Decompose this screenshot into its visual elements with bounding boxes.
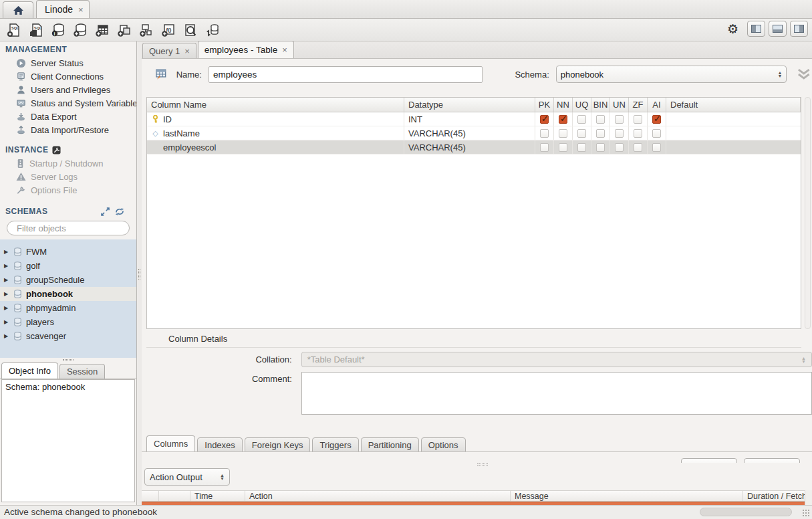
expander-icon[interactable]: ▶ xyxy=(3,333,9,339)
tab-options[interactable]: Options xyxy=(421,437,466,452)
collation-select[interactable]: *Table Default* ▲▼ xyxy=(301,352,812,367)
checkbox-nn[interactable] xyxy=(559,143,567,152)
tab-triggers[interactable]: Triggers xyxy=(312,437,358,452)
sidebar-item-client-connections[interactable]: Client Connections xyxy=(0,70,136,83)
schema-item-scavenger[interactable]: ▶ scavenger xyxy=(0,329,136,343)
sidebar-item-server-status[interactable]: Server Status xyxy=(0,56,136,70)
header-nn[interactable]: NN xyxy=(554,98,573,112)
close-icon[interactable]: × xyxy=(282,45,287,55)
checkbox-bin[interactable] xyxy=(596,143,605,152)
checkbox-uq[interactable] xyxy=(577,129,586,138)
sidebar-item-system-variables[interactable]: Status and System Variables xyxy=(0,96,136,110)
tab-query-1[interactable]: Query 1 × xyxy=(142,43,196,58)
toggle-right-panel-button[interactable] xyxy=(790,21,808,37)
home-tab[interactable] xyxy=(3,1,33,18)
checkbox-nn[interactable] xyxy=(559,129,567,138)
default-value-cell[interactable] xyxy=(666,112,801,126)
checkbox-pk[interactable] xyxy=(540,143,549,152)
column-row-lastname[interactable]: ◇ lastName VARCHAR(45) xyxy=(147,126,801,140)
header-datatype[interactable]: Datatype xyxy=(404,98,535,112)
sidebar-item-server-logs[interactable]: Server Logs xyxy=(0,170,136,183)
sidebar-item-options-file[interactable]: Options File xyxy=(0,183,136,197)
checkbox-pk[interactable] xyxy=(540,129,549,138)
checkbox-bin[interactable] xyxy=(596,129,605,138)
search-table-data-button[interactable] xyxy=(180,21,200,39)
column-row-employeescol[interactable]: employeescol VARCHAR(45) xyxy=(147,140,801,154)
tab-indexes[interactable]: Indexes xyxy=(197,437,243,452)
header-bin[interactable]: BIN xyxy=(591,98,610,112)
expander-icon[interactable]: ▶ xyxy=(3,319,9,325)
column-row-id[interactable]: ID INT xyxy=(147,112,801,126)
reconnect-dbms-button[interactable] xyxy=(202,21,223,39)
expander-icon[interactable]: ▶ xyxy=(3,263,9,269)
schema-item-players[interactable]: ▶ players xyxy=(0,315,136,329)
header-un[interactable]: UN xyxy=(610,98,629,112)
output-header-duration[interactable]: Duration / Fetch xyxy=(743,491,805,501)
checkbox-zf[interactable] xyxy=(634,115,642,124)
tab-columns[interactable]: Columns xyxy=(146,435,195,452)
expander-icon[interactable]: ▶ xyxy=(3,277,9,283)
expander-icon[interactable]: ▶ xyxy=(3,291,9,297)
tab-object-info[interactable]: Object Info xyxy=(1,362,58,379)
expand-panel-icon[interactable] xyxy=(101,207,110,216)
vertical-splitter[interactable] xyxy=(137,41,142,505)
activity-gear-icon[interactable]: ⚙ xyxy=(727,23,738,35)
schema-item-phonebook[interactable]: ▶ phonebook xyxy=(0,287,136,301)
checkbox-ai[interactable] xyxy=(652,115,661,124)
expander-icon[interactable]: ▶ xyxy=(3,305,9,311)
sidebar-item-data-import[interactable]: Data Import/Restore xyxy=(0,123,136,136)
checkbox-ai[interactable] xyxy=(652,129,661,138)
output-header-message[interactable]: Message xyxy=(511,491,743,501)
comment-textarea[interactable] xyxy=(301,372,812,415)
sidebar-item-startup-shutdown[interactable]: Startup / Shutdown xyxy=(0,157,136,170)
output-header-action[interactable]: Action xyxy=(245,491,511,501)
create-schema-button[interactable] xyxy=(70,21,90,39)
grid-vertical-scrollbar[interactable] xyxy=(805,97,811,329)
checkbox-zf[interactable] xyxy=(634,143,642,152)
header-default[interactable]: Default xyxy=(666,98,801,112)
checkbox-ai[interactable] xyxy=(652,143,661,152)
close-icon[interactable]: × xyxy=(78,5,84,15)
checkbox-bin[interactable] xyxy=(596,115,605,124)
tab-session[interactable]: Session xyxy=(59,364,105,379)
output-splitter-grip[interactable] xyxy=(477,463,488,465)
checkbox-zf[interactable] xyxy=(634,129,642,138)
schema-item-fwm[interactable]: ▶ FWM xyxy=(0,245,136,259)
tab-partitioning[interactable]: Partitioning xyxy=(361,437,419,452)
default-value-cell[interactable] xyxy=(666,126,801,140)
schema-filter-input[interactable] xyxy=(17,223,134,233)
tab-foreign-keys[interactable]: Foreign Keys xyxy=(245,437,311,452)
header-pk[interactable]: PK xyxy=(535,98,554,112)
header-uq[interactable]: UQ xyxy=(573,98,591,112)
window-resize-grip[interactable] xyxy=(802,509,810,517)
expander-icon[interactable]: ▶ xyxy=(3,249,9,255)
toggle-bottom-panel-button[interactable] xyxy=(769,21,787,37)
checkbox-uq[interactable] xyxy=(577,143,586,152)
new-sql-tab-button[interactable]: SQL xyxy=(4,21,24,39)
output-header-time[interactable]: Time xyxy=(190,491,245,501)
header-ai[interactable]: AI xyxy=(648,98,666,112)
schema-item-golf[interactable]: ▶ golf xyxy=(0,259,136,273)
open-sql-file-button[interactable]: SQL xyxy=(26,21,46,39)
create-stored-procedure-button[interactable] xyxy=(136,21,156,39)
sidebar-item-users-privileges[interactable]: Users and Privileges xyxy=(0,83,136,96)
inspect-database-button[interactable]: i xyxy=(48,21,68,39)
header-zf[interactable]: ZF xyxy=(629,98,648,112)
checkbox-un[interactable] xyxy=(615,115,624,124)
schema-item-phpmyadmin[interactable]: ▶ phpmyadmin xyxy=(0,301,136,315)
schema-select[interactable]: phonebook ▲▼ xyxy=(556,66,787,83)
table-name-input[interactable] xyxy=(209,66,483,83)
default-value-cell[interactable] xyxy=(666,140,801,154)
toggle-left-panel-button[interactable] xyxy=(747,21,765,37)
expand-header-chevron-icon[interactable] xyxy=(796,68,812,80)
checkbox-un[interactable] xyxy=(615,129,624,138)
sidebar-item-data-export[interactable]: Data Export xyxy=(0,110,136,123)
output-vertical-scrollbar[interactable] xyxy=(805,490,812,505)
output-selector[interactable]: Action Output ▲▼ xyxy=(144,468,230,486)
create-view-button[interactable] xyxy=(114,21,134,39)
checkbox-uq[interactable] xyxy=(577,115,586,124)
connection-tab[interactable]: Linode × xyxy=(36,0,90,18)
checkbox-un[interactable] xyxy=(615,143,624,152)
close-icon[interactable]: × xyxy=(184,46,190,56)
create-function-button[interactable]: f() xyxy=(158,21,178,39)
